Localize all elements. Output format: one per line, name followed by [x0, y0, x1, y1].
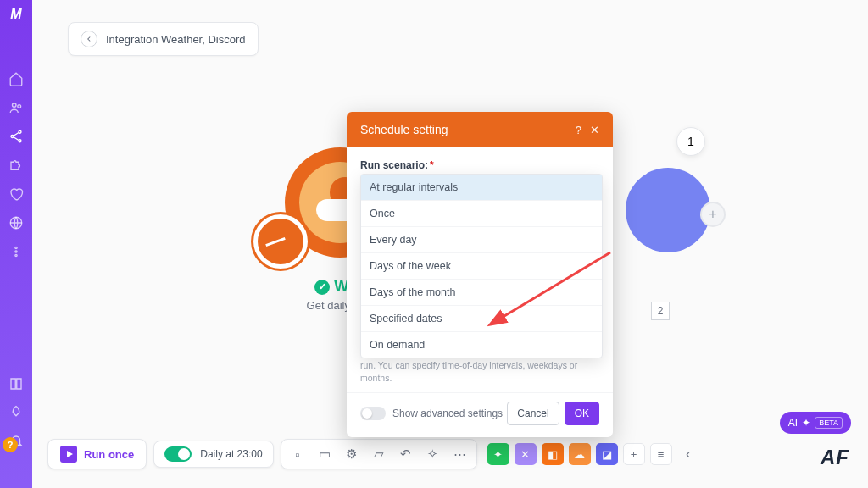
- run-scenario-label: Run scenario:*: [360, 159, 599, 171]
- modal-help-icon[interactable]: ?: [576, 124, 581, 136]
- field-help-text: run. You can specify time-of-day interva…: [347, 359, 613, 392]
- share-icon[interactable]: [0, 122, 32, 151]
- advanced-settings-toggle[interactable]: Show advanced settings: [360, 407, 503, 420]
- save-icon[interactable]: ▫: [288, 445, 307, 463]
- discord-module[interactable]: +: [626, 168, 710, 252]
- rocket-icon[interactable]: [0, 398, 32, 427]
- play-icon: [60, 446, 77, 463]
- watermark: AF: [821, 446, 849, 469]
- sidebar: M ?: [0, 0, 32, 488]
- ok-button[interactable]: OK: [565, 402, 599, 425]
- module-number-badge: 2: [651, 302, 670, 320]
- globe-icon[interactable]: [0, 208, 32, 237]
- svg-point-1: [18, 105, 21, 108]
- cancel-button[interactable]: Cancel: [507, 402, 559, 425]
- schedule-text[interactable]: Daily at 23:00: [200, 448, 262, 460]
- add-module-button[interactable]: +: [700, 202, 726, 227]
- tile-discord[interactable]: ◪: [596, 443, 618, 465]
- tile-filter[interactable]: ≡: [650, 443, 672, 465]
- notes-icon[interactable]: ▱: [370, 445, 388, 463]
- discord-icon: [626, 168, 710, 252]
- schedule-toggle-group: Daily at 23:00: [153, 441, 273, 468]
- book-icon[interactable]: [0, 369, 32, 398]
- schedule-setting-modal: Schedule setting ? ✕ Run scenario:* At r…: [347, 112, 613, 437]
- run-once-button[interactable]: Run once: [47, 439, 147, 469]
- option-at-regular-intervals[interactable]: At regular intervals: [361, 175, 602, 201]
- modal-title: Schedule setting: [360, 123, 448, 136]
- help-badge-icon[interactable]: ?: [3, 437, 18, 452]
- home-icon[interactable]: [0, 64, 32, 93]
- tiles-collapse-icon[interactable]: ‹: [677, 443, 699, 465]
- svg-point-7: [15, 251, 17, 252]
- svg-point-6: [15, 247, 17, 248]
- app-logo: M: [10, 7, 21, 22]
- team-icon[interactable]: [0, 93, 32, 122]
- ai-assistant-button[interactable]: AI✦BETA: [780, 412, 851, 434]
- bottom-toolbar: Run once Daily at 23:00 ▫ ▭ ⚙ ▱ ↶ ✧ ⋯ ✦ …: [47, 437, 851, 471]
- option-every-day[interactable]: Every day: [361, 227, 602, 253]
- toggle-pill[interactable]: [360, 407, 386, 420]
- modal-header: Schedule setting ? ✕: [347, 112, 613, 147]
- operations-count-badge: 1: [676, 127, 705, 156]
- option-days-of-week[interactable]: Days of the week: [361, 253, 602, 280]
- tile-app-3[interactable]: ◧: [542, 443, 564, 465]
- modal-close-icon[interactable]: ✕: [590, 124, 599, 136]
- tile-app-4[interactable]: ☁: [569, 443, 591, 465]
- run-scenario-dropdown: At regular intervals Once Every day Days…: [360, 174, 603, 358]
- app-tiles: ✦ ✕ ◧ ☁ ◪ + ≡ ‹: [487, 443, 699, 465]
- svg-point-4: [19, 140, 21, 142]
- svg-point-3: [11, 136, 14, 138]
- option-on-demand[interactable]: On demand: [361, 332, 602, 358]
- tile-app-1[interactable]: ✦: [487, 443, 509, 465]
- puzzle-icon[interactable]: [0, 151, 32, 180]
- toolbar-icon-group: ▫ ▭ ⚙ ▱ ↶ ✧ ⋯: [281, 439, 477, 469]
- undo-icon[interactable]: ↶: [397, 445, 415, 463]
- more-vertical-icon[interactable]: [0, 237, 32, 266]
- settings-icon[interactable]: ⚙: [342, 445, 361, 463]
- option-specified-dates[interactable]: Specified dates: [361, 306, 602, 332]
- magic-icon[interactable]: ✧: [424, 445, 442, 463]
- option-once[interactable]: Once: [361, 201, 602, 227]
- clock-badge-icon[interactable]: [251, 212, 310, 271]
- folder-icon[interactable]: ▭: [315, 445, 334, 463]
- heart-icon[interactable]: [0, 180, 32, 208]
- svg-point-8: [15, 254, 17, 256]
- svg-point-0: [13, 103, 17, 108]
- option-days-of-month[interactable]: Days of the month: [361, 280, 602, 306]
- scenario-active-toggle[interactable]: [164, 446, 192, 462]
- tile-add[interactable]: +: [623, 443, 645, 465]
- tile-app-2[interactable]: ✕: [515, 443, 537, 465]
- svg-point-2: [19, 130, 21, 133]
- more-horizontal-icon[interactable]: ⋯: [451, 445, 470, 463]
